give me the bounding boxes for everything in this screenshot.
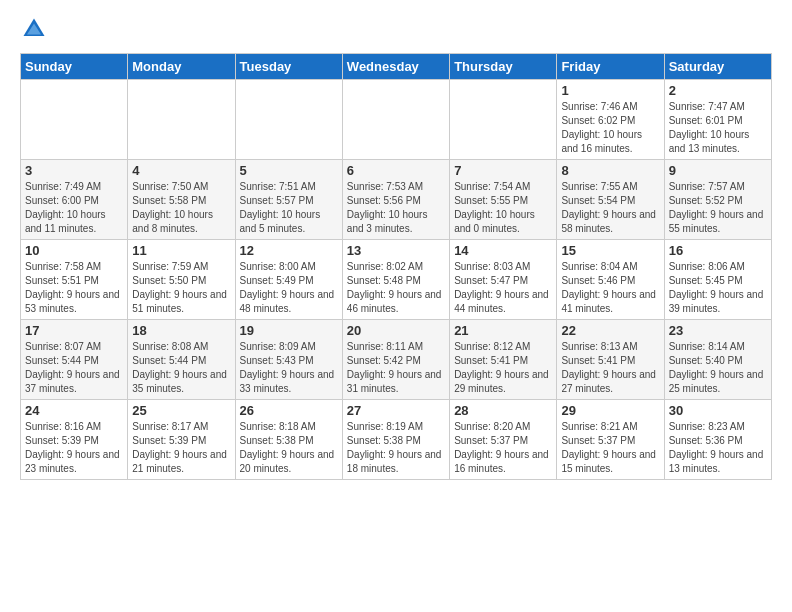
day-cell: 22Sunrise: 8:13 AM Sunset: 5:41 PM Dayli… — [557, 320, 664, 400]
day-cell: 7Sunrise: 7:54 AM Sunset: 5:55 PM Daylig… — [450, 160, 557, 240]
day-number: 3 — [25, 163, 123, 178]
weekday-header-monday: Monday — [128, 54, 235, 80]
day-cell: 14Sunrise: 8:03 AM Sunset: 5:47 PM Dayli… — [450, 240, 557, 320]
day-number: 29 — [561, 403, 659, 418]
day-info: Sunrise: 7:57 AM Sunset: 5:52 PM Dayligh… — [669, 180, 767, 236]
day-cell: 16Sunrise: 8:06 AM Sunset: 5:45 PM Dayli… — [664, 240, 771, 320]
day-info: Sunrise: 7:50 AM Sunset: 5:58 PM Dayligh… — [132, 180, 230, 236]
day-info: Sunrise: 8:07 AM Sunset: 5:44 PM Dayligh… — [25, 340, 123, 396]
day-number: 10 — [25, 243, 123, 258]
day-number: 21 — [454, 323, 552, 338]
day-number: 8 — [561, 163, 659, 178]
day-cell: 21Sunrise: 8:12 AM Sunset: 5:41 PM Dayli… — [450, 320, 557, 400]
day-number: 28 — [454, 403, 552, 418]
day-info: Sunrise: 7:58 AM Sunset: 5:51 PM Dayligh… — [25, 260, 123, 316]
weekday-header-sunday: Sunday — [21, 54, 128, 80]
day-info: Sunrise: 8:21 AM Sunset: 5:37 PM Dayligh… — [561, 420, 659, 476]
day-cell: 18Sunrise: 8:08 AM Sunset: 5:44 PM Dayli… — [128, 320, 235, 400]
week-row-5: 24Sunrise: 8:16 AM Sunset: 5:39 PM Dayli… — [21, 400, 772, 480]
day-info: Sunrise: 8:19 AM Sunset: 5:38 PM Dayligh… — [347, 420, 445, 476]
day-cell: 28Sunrise: 8:20 AM Sunset: 5:37 PM Dayli… — [450, 400, 557, 480]
day-number: 15 — [561, 243, 659, 258]
day-info: Sunrise: 8:04 AM Sunset: 5:46 PM Dayligh… — [561, 260, 659, 316]
day-number: 5 — [240, 163, 338, 178]
day-info: Sunrise: 8:11 AM Sunset: 5:42 PM Dayligh… — [347, 340, 445, 396]
day-cell: 11Sunrise: 7:59 AM Sunset: 5:50 PM Dayli… — [128, 240, 235, 320]
calendar-table: SundayMondayTuesdayWednesdayThursdayFrid… — [20, 53, 772, 480]
weekday-header-tuesday: Tuesday — [235, 54, 342, 80]
week-row-4: 17Sunrise: 8:07 AM Sunset: 5:44 PM Dayli… — [21, 320, 772, 400]
day-info: Sunrise: 8:09 AM Sunset: 5:43 PM Dayligh… — [240, 340, 338, 396]
day-number: 2 — [669, 83, 767, 98]
day-cell: 23Sunrise: 8:14 AM Sunset: 5:40 PM Dayli… — [664, 320, 771, 400]
day-cell: 30Sunrise: 8:23 AM Sunset: 5:36 PM Dayli… — [664, 400, 771, 480]
weekday-header-wednesday: Wednesday — [342, 54, 449, 80]
day-info: Sunrise: 8:02 AM Sunset: 5:48 PM Dayligh… — [347, 260, 445, 316]
day-cell: 1Sunrise: 7:46 AM Sunset: 6:02 PM Daylig… — [557, 80, 664, 160]
day-number: 24 — [25, 403, 123, 418]
weekday-header-friday: Friday — [557, 54, 664, 80]
day-info: Sunrise: 8:18 AM Sunset: 5:38 PM Dayligh… — [240, 420, 338, 476]
day-number: 17 — [25, 323, 123, 338]
day-cell: 24Sunrise: 8:16 AM Sunset: 5:39 PM Dayli… — [21, 400, 128, 480]
day-number: 13 — [347, 243, 445, 258]
day-cell — [235, 80, 342, 160]
day-number: 1 — [561, 83, 659, 98]
day-info: Sunrise: 7:54 AM Sunset: 5:55 PM Dayligh… — [454, 180, 552, 236]
day-cell: 12Sunrise: 8:00 AM Sunset: 5:49 PM Dayli… — [235, 240, 342, 320]
day-number: 14 — [454, 243, 552, 258]
day-number: 19 — [240, 323, 338, 338]
day-number: 26 — [240, 403, 338, 418]
day-cell — [450, 80, 557, 160]
day-cell — [128, 80, 235, 160]
day-number: 18 — [132, 323, 230, 338]
day-number: 25 — [132, 403, 230, 418]
logo-icon — [20, 15, 48, 43]
day-cell: 17Sunrise: 8:07 AM Sunset: 5:44 PM Dayli… — [21, 320, 128, 400]
day-cell: 8Sunrise: 7:55 AM Sunset: 5:54 PM Daylig… — [557, 160, 664, 240]
day-number: 9 — [669, 163, 767, 178]
day-cell — [21, 80, 128, 160]
day-cell: 26Sunrise: 8:18 AM Sunset: 5:38 PM Dayli… — [235, 400, 342, 480]
day-number: 7 — [454, 163, 552, 178]
day-info: Sunrise: 7:46 AM Sunset: 6:02 PM Dayligh… — [561, 100, 659, 156]
day-cell: 27Sunrise: 8:19 AM Sunset: 5:38 PM Dayli… — [342, 400, 449, 480]
day-number: 22 — [561, 323, 659, 338]
day-number: 4 — [132, 163, 230, 178]
day-number: 30 — [669, 403, 767, 418]
day-cell: 6Sunrise: 7:53 AM Sunset: 5:56 PM Daylig… — [342, 160, 449, 240]
day-number: 6 — [347, 163, 445, 178]
day-number: 23 — [669, 323, 767, 338]
day-cell: 4Sunrise: 7:50 AM Sunset: 5:58 PM Daylig… — [128, 160, 235, 240]
day-info: Sunrise: 7:53 AM Sunset: 5:56 PM Dayligh… — [347, 180, 445, 236]
day-info: Sunrise: 8:12 AM Sunset: 5:41 PM Dayligh… — [454, 340, 552, 396]
day-cell: 13Sunrise: 8:02 AM Sunset: 5:48 PM Dayli… — [342, 240, 449, 320]
day-info: Sunrise: 8:08 AM Sunset: 5:44 PM Dayligh… — [132, 340, 230, 396]
day-number: 27 — [347, 403, 445, 418]
day-number: 20 — [347, 323, 445, 338]
weekday-header-thursday: Thursday — [450, 54, 557, 80]
day-info: Sunrise: 7:55 AM Sunset: 5:54 PM Dayligh… — [561, 180, 659, 236]
day-cell: 9Sunrise: 7:57 AM Sunset: 5:52 PM Daylig… — [664, 160, 771, 240]
day-cell: 25Sunrise: 8:17 AM Sunset: 5:39 PM Dayli… — [128, 400, 235, 480]
day-cell: 19Sunrise: 8:09 AM Sunset: 5:43 PM Dayli… — [235, 320, 342, 400]
header — [20, 15, 772, 43]
day-info: Sunrise: 7:59 AM Sunset: 5:50 PM Dayligh… — [132, 260, 230, 316]
day-number: 12 — [240, 243, 338, 258]
day-cell: 5Sunrise: 7:51 AM Sunset: 5:57 PM Daylig… — [235, 160, 342, 240]
day-cell: 20Sunrise: 8:11 AM Sunset: 5:42 PM Dayli… — [342, 320, 449, 400]
day-number: 16 — [669, 243, 767, 258]
day-info: Sunrise: 7:51 AM Sunset: 5:57 PM Dayligh… — [240, 180, 338, 236]
day-cell — [342, 80, 449, 160]
day-info: Sunrise: 8:20 AM Sunset: 5:37 PM Dayligh… — [454, 420, 552, 476]
week-row-1: 1Sunrise: 7:46 AM Sunset: 6:02 PM Daylig… — [21, 80, 772, 160]
day-info: Sunrise: 8:14 AM Sunset: 5:40 PM Dayligh… — [669, 340, 767, 396]
day-info: Sunrise: 7:49 AM Sunset: 6:00 PM Dayligh… — [25, 180, 123, 236]
day-info: Sunrise: 8:13 AM Sunset: 5:41 PM Dayligh… — [561, 340, 659, 396]
day-info: Sunrise: 8:17 AM Sunset: 5:39 PM Dayligh… — [132, 420, 230, 476]
logo — [20, 15, 52, 43]
weekday-header-saturday: Saturday — [664, 54, 771, 80]
day-info: Sunrise: 7:47 AM Sunset: 6:01 PM Dayligh… — [669, 100, 767, 156]
day-cell: 3Sunrise: 7:49 AM Sunset: 6:00 PM Daylig… — [21, 160, 128, 240]
day-info: Sunrise: 8:00 AM Sunset: 5:49 PM Dayligh… — [240, 260, 338, 316]
